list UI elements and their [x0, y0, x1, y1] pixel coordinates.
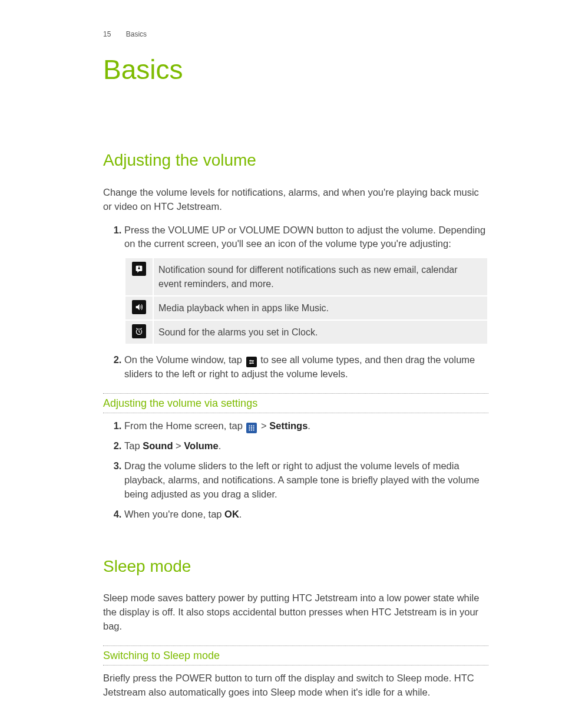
table-cell-text: Media playback when in apps like Music. — [153, 296, 488, 320]
svg-rect-14 — [251, 430, 252, 431]
section-title-sleep-mode: Sleep mode — [103, 555, 488, 579]
volume-settings-steps: From the Home screen, tap > Settings. Ta… — [103, 419, 488, 522]
notification-icon — [132, 262, 146, 276]
svg-rect-10 — [249, 427, 250, 429]
volume-icon-table: Notification sound for different notific… — [124, 257, 488, 345]
bold-ok: OK — [224, 509, 239, 519]
step-text: . — [239, 509, 242, 519]
svg-point-4 — [250, 360, 251, 361]
sleep-mode-body: Briefly press the POWER button to turn o… — [103, 671, 488, 700]
svg-rect-7 — [249, 426, 250, 427]
step-text: . — [308, 420, 310, 431]
document-page: 15 Basics Basics Adjusting the volume Ch… — [0, 0, 562, 728]
table-cell-text: Notification sound for different notific… — [153, 258, 488, 295]
bold-settings: Settings — [269, 420, 308, 431]
svg-point-5 — [252, 361, 253, 363]
svg-rect-12 — [253, 427, 254, 429]
step-text: Press the VOLUME UP or VOLUME DOWN butto… — [124, 225, 485, 249]
section-title-adjusting-volume: Adjusting the volume — [103, 149, 488, 173]
icon-cell — [125, 296, 153, 320]
bold-volume: Volume — [184, 440, 218, 451]
table-row: Sound for the alarms you set in Clock. — [125, 320, 488, 344]
svg-rect-2 — [138, 266, 139, 268]
header-section: Basics — [126, 29, 147, 39]
subsection-title-volume-settings: Adjusting the volume via settings — [103, 393, 488, 413]
adjust-volume-intro: Change the volume levels for notificatio… — [103, 186, 488, 214]
svg-rect-8 — [251, 426, 252, 427]
alarm-clock-icon — [132, 324, 146, 338]
table-row: Notification sound for different notific… — [125, 258, 488, 295]
step-text-pre: On the Volume window, tap — [124, 354, 245, 365]
adjust-volume-steps: Press the VOLUME UP or VOLUME DOWN butto… — [103, 223, 488, 382]
step-item: From the Home screen, tap > Settings. — [124, 419, 488, 433]
subsection-title-switching-sleep: Switching to Sleep mode — [103, 645, 488, 666]
step-item: Tap Sound > Volume. — [124, 439, 488, 453]
svg-point-6 — [250, 363, 251, 364]
chapter-title: Basics — [103, 50, 488, 90]
bold-sound: Sound — [143, 440, 173, 451]
icon-cell — [125, 320, 153, 344]
step-item: On the Volume window, tap to see all vol… — [124, 353, 488, 381]
svg-rect-9 — [253, 426, 254, 427]
step-text: From the Home screen, tap — [124, 420, 245, 431]
table-row: Media playback when in apps like Music. — [125, 296, 488, 320]
running-header: 15 Basics — [103, 29, 488, 39]
svg-rect-15 — [253, 430, 254, 431]
svg-rect-13 — [249, 430, 250, 431]
step-item: Press the VOLUME UP or VOLUME DOWN butto… — [124, 223, 488, 345]
step-text: Tap — [124, 440, 143, 451]
settings-sliders-icon — [246, 357, 257, 367]
page-number: 15 — [103, 29, 111, 39]
icon-cell — [125, 258, 153, 295]
svg-rect-11 — [251, 427, 252, 429]
step-text: . — [219, 440, 222, 451]
media-volume-icon — [132, 300, 146, 314]
table-cell-text: Sound for the alarms you set in Clock. — [153, 320, 488, 344]
sleep-mode-intro: Sleep mode saves battery power by puttin… — [103, 591, 488, 634]
step-item: Drag the volume sliders to the left or r… — [124, 459, 488, 502]
step-text: > — [173, 440, 184, 451]
step-text: When you're done, tap — [124, 509, 224, 519]
step-item: When you're done, tap OK. — [124, 508, 488, 522]
apps-grid-icon — [246, 423, 257, 433]
step-text: > — [258, 420, 269, 431]
